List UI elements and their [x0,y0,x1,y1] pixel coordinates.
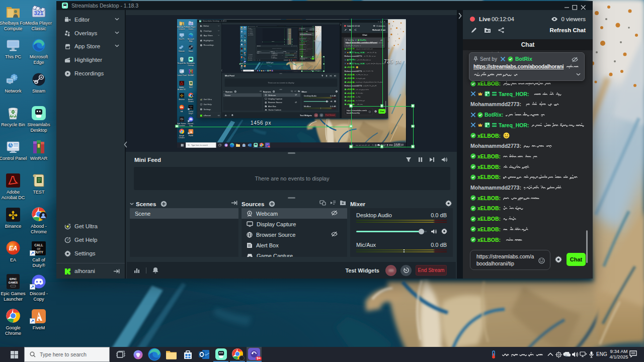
svg-text:DUTY: DUTY [34,250,43,254]
svg-text:GAMES: GAMES [9,281,18,284]
svg-text:321: 321 [245,27,246,28]
svg-text:321: 321 [34,10,43,16]
svg-text:EPIC: EPIC [10,278,17,281]
svg-text:CALL: CALL [189,106,193,107]
svg-text:EA: EA [9,245,18,252]
svg-text:DUTY: DUTY [189,108,193,109]
svg-text:321: 321 [189,22,193,25]
svg-text:CALL: CALL [34,243,43,247]
svg-text:GAMES: GAMES [180,119,184,120]
svg-text:EA: EA [180,106,183,108]
svg-text:EA: EA [241,57,242,57]
svg-text:EPIC: EPIC [181,118,183,119]
